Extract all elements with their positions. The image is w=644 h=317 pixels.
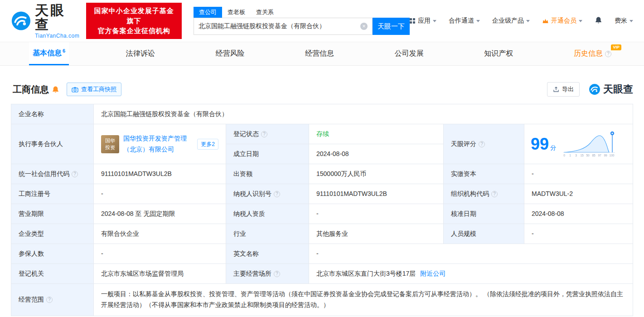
help-icon[interactable]: ? <box>274 271 280 277</box>
field-value-company-name: 北京国能工融强链股权投资基金（有限合伙） <box>94 104 633 124</box>
help-icon[interactable]: ? <box>605 51 611 57</box>
tab-history[interactable]: VIP 历史信息 ? <box>570 42 615 65</box>
field-value-capital: 1500000万人民币 <box>309 164 444 184</box>
value-text: 1500000万人民币 <box>316 169 367 179</box>
tab-basic-info[interactable]: 基本信息 6 <box>29 42 69 65</box>
help-icon[interactable]: ? <box>46 297 53 303</box>
partner-more-button[interactable]: 更多2 <box>197 139 218 150</box>
field-label-partner: 执行事务合伙人 <box>11 124 94 164</box>
partner-company-link[interactable]: 国华投资开发资产管理（北京）有限公司 <box>123 133 193 154</box>
tab-operation-label: 经营信息 <box>305 49 334 59</box>
label-text: 人员规模 <box>451 229 476 239</box>
tab-ip[interactable]: 知识产权 <box>480 42 517 65</box>
top-header: 天眼查 TianYanCha.com 国家中小企业发展子基金旗下 官方备案企业征… <box>0 0 644 42</box>
field-label-establish-date: 成立日期 <box>226 144 309 164</box>
logo-title: 天眼查 <box>35 3 80 32</box>
nav-cooperation-label: 合作通道 <box>449 17 474 25</box>
help-icon[interactable]: ? <box>479 141 485 147</box>
field-label-business-term: 营业期限 <box>11 204 94 224</box>
search-tab-relation[interactable]: 查关系 <box>251 7 279 18</box>
camera-icon <box>72 87 78 93</box>
value-text: 北京市东城区东直门大街3号楼17层 <box>316 269 416 278</box>
value-text: - <box>532 229 534 239</box>
field-value-business-term: 2024-08-08 至 无固定期限 <box>94 204 226 224</box>
tianyancha-logo[interactable]: 天眼查 TianYanCha.com <box>11 3 80 39</box>
value-text: - <box>316 209 319 219</box>
partner-logo-line1: 国华 <box>105 137 115 144</box>
field-value-premises: 北京市东城区东直门大街3号楼17层 附近公司 <box>309 264 633 284</box>
partner-logo-line2: 投资 <box>105 144 115 151</box>
svg-text:85: 85 <box>592 154 596 157</box>
field-label-reg-status: 登记状态 ? <box>226 124 309 144</box>
monitor-bell-icon[interactable] <box>52 86 59 93</box>
nav-cooperation[interactable]: 合作通道 <box>449 17 480 25</box>
search-box[interactable]: × <box>194 18 373 35</box>
label-text: 组织机构代码 <box>451 189 489 199</box>
nav-apps[interactable]: 应用 <box>410 17 436 25</box>
tianyancha-watermark-icon <box>589 83 600 95</box>
nav-user[interactable]: 费米 <box>615 17 633 25</box>
label-text: 核准日期 <box>451 209 476 219</box>
tab-development-label: 公司发展 <box>395 49 424 59</box>
nav-notifications[interactable] <box>595 16 602 25</box>
nav-vip-label: 开通会员 <box>551 17 576 25</box>
help-icon[interactable]: ? <box>274 191 280 197</box>
caret-down-icon <box>579 20 582 24</box>
label-text: 登记机关 <box>19 269 44 278</box>
field-value-partner: 国华 投资 国华投资开发资产管理（北京）有限公司 更多2 <box>94 124 226 164</box>
field-value-reg-number: - <box>94 184 226 204</box>
nav-vip[interactable]: 开通会员 <box>542 17 582 25</box>
label-text: 出资额 <box>233 169 252 179</box>
field-label-reg-number: 工商注册号 <box>11 184 94 204</box>
value-text: 北京国能工融强链股权投资基金（有限合伙） <box>101 109 228 119</box>
search-tab-company[interactable]: 查公司 <box>194 7 222 18</box>
field-value-taxpayer-quality: - <box>309 204 444 224</box>
label-text: 纳税人资质 <box>233 209 265 219</box>
svg-text:99: 99 <box>604 154 607 157</box>
vip-badge: VIP <box>611 44 621 50</box>
section-actions: 导出 天眼查 <box>547 82 633 97</box>
search-input[interactable] <box>199 23 360 30</box>
help-icon[interactable]: ? <box>261 131 267 137</box>
snapshot-button[interactable]: 查看工商快照 <box>67 83 121 96</box>
field-label-paid-capital: 实缴资本 <box>444 164 524 184</box>
field-label-score: 天眼评分 ? <box>444 124 524 164</box>
tab-risk[interactable]: 经营风险 <box>212 42 248 65</box>
label-text: 纳税人识别号 <box>233 189 271 199</box>
field-value-reg-authority: 北京市东城区市场监督管理局 <box>94 264 226 284</box>
partner-logo[interactable]: 国华 投资 <box>101 135 119 153</box>
label-text: 天眼评分 <box>451 139 476 149</box>
score-unit: 分 <box>550 145 556 151</box>
nav-enterprise[interactable]: 企业级产品 <box>492 17 530 25</box>
label-text: 企业类型 <box>19 229 44 239</box>
field-label-taxpayer-id: 纳税人识别号 ? <box>226 184 309 204</box>
tab-basic-label: 基本信息 <box>33 49 62 58</box>
field-label-staff-size: 人员规模 <box>444 224 524 244</box>
value-text: 91110101MADTW3UL2B <box>101 169 172 179</box>
tab-history-label: 历史信息 <box>574 49 603 59</box>
nav-enterprise-label: 企业级产品 <box>492 17 524 25</box>
gov-badge: 国家中小企业发展子基金旗下 官方备案企业征信机构 <box>86 3 182 39</box>
nearby-companies-link[interactable]: 附近公司 <box>420 269 445 278</box>
value-text: 2024-08-08 <box>316 149 349 159</box>
caret-down-icon <box>476 20 480 24</box>
business-info-table: 企业名称 北京国能工融强链股权投资基金（有限合伙） 执行事务合伙人 国华 投资 … <box>11 104 633 316</box>
search-button[interactable]: 天眼一下 <box>373 18 410 35</box>
tab-legal[interactable]: 法律诉讼 <box>122 42 159 65</box>
value-text: - <box>101 189 103 199</box>
status-badge: 存续 <box>316 129 329 139</box>
tab-development[interactable]: 公司发展 <box>391 42 427 65</box>
label-text: 参保人数 <box>19 249 44 258</box>
tab-operation[interactable]: 经营信息 <box>301 42 338 65</box>
clear-icon[interactable]: × <box>360 23 368 30</box>
label-text: 行业 <box>233 229 246 239</box>
help-icon[interactable]: ? <box>72 171 78 177</box>
label-text: 工商注册号 <box>19 189 50 199</box>
export-button[interactable]: 导出 <box>547 82 580 97</box>
field-value-company-type: 有限合伙企业 <box>94 224 226 244</box>
search-row: × 天眼一下 <box>194 18 410 35</box>
help-icon[interactable]: ? <box>491 191 498 197</box>
field-label-org-code: 组织机构代码 ? <box>444 184 524 204</box>
search-tab-boss[interactable]: 查老板 <box>222 7 251 18</box>
field-value-staff-size: - <box>524 224 633 244</box>
